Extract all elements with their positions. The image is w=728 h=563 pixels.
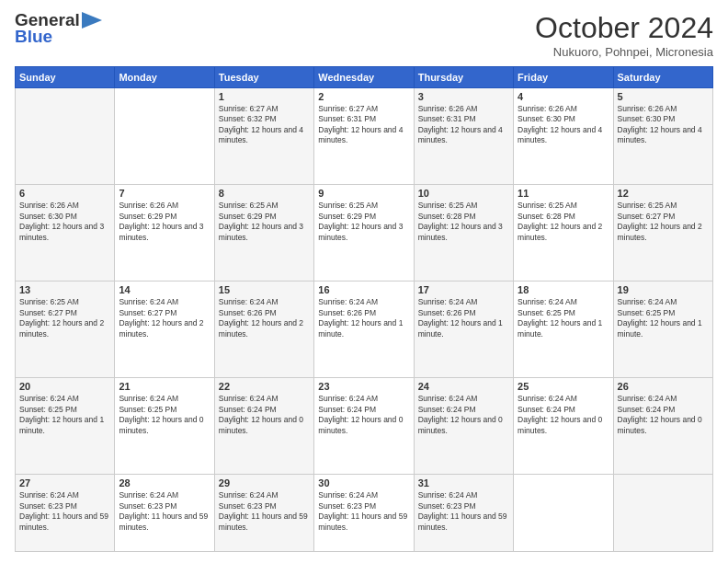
calendar-cell: 27Sunrise: 6:24 AM Sunset: 6:23 PM Dayli…: [16, 475, 115, 552]
cell-info: Sunrise: 6:24 AM Sunset: 6:26 PM Dayligh…: [318, 297, 409, 339]
cell-info: Sunrise: 6:25 AM Sunset: 6:27 PM Dayligh…: [19, 297, 110, 339]
calendar-cell: 7Sunrise: 6:26 AM Sunset: 6:29 PM Daylig…: [115, 185, 214, 282]
calendar-cell: [115, 88, 214, 185]
calendar-cell: 21Sunrise: 6:24 AM Sunset: 6:25 PM Dayli…: [115, 378, 214, 475]
calendar-cell: [16, 88, 115, 185]
cell-info: Sunrise: 6:26 AM Sunset: 6:30 PM Dayligh…: [518, 104, 609, 146]
cell-info: Sunrise: 6:26 AM Sunset: 6:31 PM Dayligh…: [418, 104, 509, 146]
day-number: 18: [518, 284, 609, 295]
cell-info: Sunrise: 6:24 AM Sunset: 6:26 PM Dayligh…: [418, 297, 509, 339]
day-number: 26: [618, 381, 709, 392]
location: Nukuoro, Pohnpei, Micronesia: [535, 45, 713, 59]
cell-info: Sunrise: 6:24 AM Sunset: 6:23 PM Dayligh…: [19, 490, 110, 533]
cell-info: Sunrise: 6:25 AM Sunset: 6:28 PM Dayligh…: [518, 201, 609, 243]
day-number: 10: [418, 188, 509, 199]
day-number: 28: [119, 477, 210, 488]
day-number: 23: [318, 381, 409, 392]
weekday-header: Wednesday: [314, 67, 414, 88]
calendar-cell: 29Sunrise: 6:24 AM Sunset: 6:23 PM Dayli…: [214, 475, 313, 552]
day-number: 6: [19, 188, 110, 199]
calendar-cell: 18Sunrise: 6:24 AM Sunset: 6:25 PM Dayli…: [514, 282, 613, 378]
day-number: 25: [518, 381, 609, 392]
weekday-header: Friday: [514, 67, 613, 88]
calendar-week-row: 6Sunrise: 6:26 AM Sunset: 6:30 PM Daylig…: [16, 185, 713, 282]
cell-info: Sunrise: 6:25 AM Sunset: 6:29 PM Dayligh…: [318, 201, 409, 243]
cell-info: Sunrise: 6:25 AM Sunset: 6:28 PM Dayligh…: [418, 201, 509, 243]
day-number: 20: [19, 381, 110, 392]
calendar-cell: 22Sunrise: 6:24 AM Sunset: 6:24 PM Dayli…: [214, 378, 313, 475]
weekday-header: Monday: [115, 67, 214, 88]
day-number: 13: [19, 284, 110, 295]
logo-blue: Blue: [15, 27, 52, 47]
day-number: 12: [618, 188, 709, 199]
day-number: 7: [119, 188, 210, 199]
day-number: 9: [318, 188, 409, 199]
logo: General Blue: [15, 11, 102, 47]
calendar-cell: 15Sunrise: 6:24 AM Sunset: 6:26 PM Dayli…: [214, 282, 313, 378]
calendar-cell: 5Sunrise: 6:26 AM Sunset: 6:30 PM Daylig…: [613, 88, 712, 185]
page: General Blue October 2024 Nukuoro, Pohnp…: [0, 0, 728, 563]
day-number: 3: [418, 91, 509, 102]
day-number: 17: [418, 284, 509, 295]
cell-info: Sunrise: 6:24 AM Sunset: 6:27 PM Dayligh…: [119, 297, 210, 339]
day-number: 19: [618, 284, 709, 295]
day-number: 1: [219, 91, 310, 102]
day-number: 11: [518, 188, 609, 199]
cell-info: Sunrise: 6:26 AM Sunset: 6:30 PM Dayligh…: [19, 201, 110, 243]
calendar-cell: 25Sunrise: 6:24 AM Sunset: 6:24 PM Dayli…: [514, 378, 613, 475]
calendar-header-row: SundayMondayTuesdayWednesdayThursdayFrid…: [16, 67, 713, 88]
calendar-cell: 16Sunrise: 6:24 AM Sunset: 6:26 PM Dayli…: [314, 282, 414, 378]
day-number: 27: [19, 477, 110, 488]
month-title: October 2024: [535, 11, 713, 45]
cell-info: Sunrise: 6:24 AM Sunset: 6:25 PM Dayligh…: [518, 297, 609, 339]
weekday-header: Sunday: [16, 67, 115, 88]
calendar-cell: [514, 475, 613, 552]
calendar-cell: 4Sunrise: 6:26 AM Sunset: 6:30 PM Daylig…: [514, 88, 613, 185]
calendar-cell: 9Sunrise: 6:25 AM Sunset: 6:29 PM Daylig…: [314, 185, 414, 282]
cell-info: Sunrise: 6:24 AM Sunset: 6:23 PM Dayligh…: [219, 490, 310, 533]
calendar-cell: 20Sunrise: 6:24 AM Sunset: 6:25 PM Dayli…: [16, 378, 115, 475]
cell-info: Sunrise: 6:25 AM Sunset: 6:27 PM Dayligh…: [618, 201, 709, 243]
cell-info: Sunrise: 6:24 AM Sunset: 6:25 PM Dayligh…: [119, 394, 210, 436]
calendar-cell: 13Sunrise: 6:25 AM Sunset: 6:27 PM Dayli…: [16, 282, 115, 378]
cell-info: Sunrise: 6:25 AM Sunset: 6:29 PM Dayligh…: [219, 201, 310, 243]
calendar-week-row: 13Sunrise: 6:25 AM Sunset: 6:27 PM Dayli…: [16, 282, 713, 378]
title-block: October 2024 Nukuoro, Pohnpei, Micronesi…: [535, 11, 713, 59]
cell-info: Sunrise: 6:24 AM Sunset: 6:23 PM Dayligh…: [418, 490, 509, 533]
day-number: 16: [318, 284, 409, 295]
cell-info: Sunrise: 6:24 AM Sunset: 6:23 PM Dayligh…: [318, 490, 409, 533]
cell-info: Sunrise: 6:24 AM Sunset: 6:24 PM Dayligh…: [318, 394, 409, 436]
cell-info: Sunrise: 6:27 AM Sunset: 6:31 PM Dayligh…: [318, 104, 409, 146]
calendar-cell: 3Sunrise: 6:26 AM Sunset: 6:31 PM Daylig…: [414, 88, 513, 185]
calendar-cell: 14Sunrise: 6:24 AM Sunset: 6:27 PM Dayli…: [115, 282, 214, 378]
cell-info: Sunrise: 6:24 AM Sunset: 6:26 PM Dayligh…: [219, 297, 310, 339]
calendar-table: SundayMondayTuesdayWednesdayThursdayFrid…: [15, 66, 713, 552]
calendar-week-row: 20Sunrise: 6:24 AM Sunset: 6:25 PM Dayli…: [16, 378, 713, 475]
cell-info: Sunrise: 6:24 AM Sunset: 6:24 PM Dayligh…: [219, 394, 310, 436]
calendar-cell: 12Sunrise: 6:25 AM Sunset: 6:27 PM Dayli…: [613, 185, 712, 282]
cell-info: Sunrise: 6:27 AM Sunset: 6:32 PM Dayligh…: [219, 104, 310, 146]
calendar-cell: 28Sunrise: 6:24 AM Sunset: 6:23 PM Dayli…: [115, 475, 214, 552]
cell-info: Sunrise: 6:24 AM Sunset: 6:25 PM Dayligh…: [19, 394, 110, 436]
day-number: 5: [618, 91, 709, 102]
day-number: 31: [418, 477, 509, 488]
calendar-cell: [613, 475, 712, 552]
day-number: 21: [119, 381, 210, 392]
cell-info: Sunrise: 6:24 AM Sunset: 6:23 PM Dayligh…: [119, 490, 210, 533]
day-number: 15: [219, 284, 310, 295]
day-number: 29: [219, 477, 310, 488]
logo-arrow-icon: [82, 12, 102, 29]
cell-info: Sunrise: 6:24 AM Sunset: 6:24 PM Dayligh…: [518, 394, 609, 436]
calendar-cell: 2Sunrise: 6:27 AM Sunset: 6:31 PM Daylig…: [314, 88, 414, 185]
calendar-cell: 31Sunrise: 6:24 AM Sunset: 6:23 PM Dayli…: [414, 475, 513, 552]
calendar-cell: 8Sunrise: 6:25 AM Sunset: 6:29 PM Daylig…: [214, 185, 313, 282]
day-number: 22: [219, 381, 310, 392]
weekday-header: Thursday: [414, 67, 513, 88]
cell-info: Sunrise: 6:26 AM Sunset: 6:29 PM Dayligh…: [119, 201, 210, 243]
calendar-cell: 17Sunrise: 6:24 AM Sunset: 6:26 PM Dayli…: [414, 282, 513, 378]
calendar-cell: 6Sunrise: 6:26 AM Sunset: 6:30 PM Daylig…: [16, 185, 115, 282]
calendar-cell: 26Sunrise: 6:24 AM Sunset: 6:24 PM Dayli…: [613, 378, 712, 475]
header: General Blue October 2024 Nukuoro, Pohnp…: [15, 11, 713, 59]
calendar-cell: 24Sunrise: 6:24 AM Sunset: 6:24 PM Dayli…: [414, 378, 513, 475]
calendar-cell: 23Sunrise: 6:24 AM Sunset: 6:24 PM Dayli…: [314, 378, 414, 475]
